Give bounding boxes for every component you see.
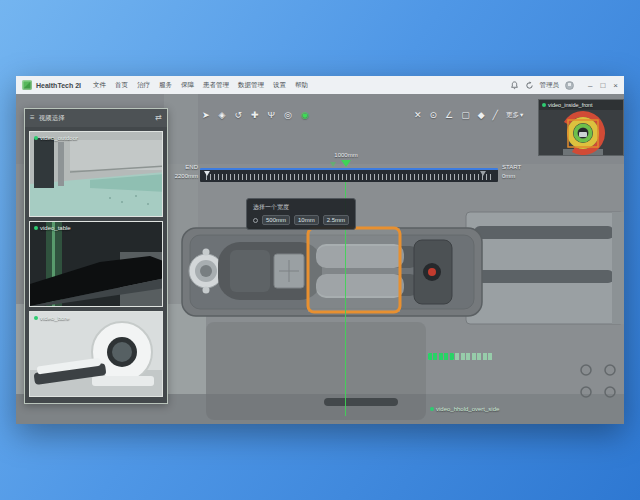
hamburger-icon[interactable]: ≡ [30, 113, 35, 123]
video-status-chip: video_table [34, 225, 71, 231]
video-panel: ≡ 视频选择 ⇄ [24, 108, 168, 404]
menu-data-management[interactable]: 数据管理 [238, 81, 264, 90]
viewport-3d[interactable]: ≡ 视频选择 ⇄ [16, 94, 624, 424]
minimap-label: video_inside_front [548, 102, 593, 108]
move-icon[interactable]: ✚ [251, 108, 259, 122]
menu-settings[interactable]: 设置 [273, 81, 286, 90]
menu-bar: 文件 首页 治疗 服务 保障 患者管理 数据管理 设置 帮助 [93, 81, 308, 90]
more-button[interactable]: 更多 ▾ [506, 111, 523, 120]
title-bar: HealthTech 2I 文件 首页 治疗 服务 保障 患者管理 数据管理 设… [16, 76, 624, 94]
video-status-chip: video_bore [34, 315, 70, 321]
video-thumb-bore[interactable]: video_bore [29, 311, 163, 397]
width-option-2-5[interactable]: 2.5mm [323, 215, 349, 225]
more-label: 更多 [506, 111, 519, 120]
menu-support[interactable]: 保障 [181, 81, 194, 90]
close-button[interactable]: × [613, 81, 618, 90]
floor-camera-chip: video_hhold_overt_side [430, 406, 499, 412]
popup-options: 500mm 10mm 2.5mm [253, 215, 349, 225]
angle-icon[interactable]: ∠ [445, 108, 453, 122]
status-dot-icon [542, 103, 546, 107]
end-value: 2200mm [166, 173, 198, 179]
target-icon[interactable]: ◎ [284, 108, 292, 122]
record-active-icon[interactable]: ◉ [301, 108, 309, 122]
video-label: video_bore [40, 315, 70, 321]
marker-ghost-icon [330, 162, 336, 167]
bore-preview [30, 312, 163, 397]
width-option-500[interactable]: 500mm [262, 215, 290, 225]
chevron-down-icon: ▾ [520, 111, 523, 119]
video-label: video_outdoor [40, 135, 78, 141]
menu-help[interactable]: 帮助 [295, 81, 308, 90]
radio-icon[interactable] [253, 218, 258, 223]
position-readout: 1000mm [316, 152, 376, 158]
toolbar-measure: ✕ ⊙ ∠ ▢ ◆ ╱ 更多 ▾ [414, 108, 523, 122]
menu-home[interactable]: 首页 [115, 81, 128, 90]
floor-camera-label: video_hhold_overt_side [436, 406, 499, 412]
video-thumbnails: video_outdoor [25, 127, 167, 401]
delete-icon[interactable]: ✕ [414, 108, 422, 122]
diamond-icon[interactable]: ◆ [478, 108, 485, 122]
bore-camera-minimap[interactable]: video_inside_front [538, 99, 624, 156]
undo-icon[interactable]: ↺ [234, 108, 242, 122]
video-thumb-outdoor[interactable]: video_outdoor [29, 131, 163, 217]
ruler-ticks [206, 174, 492, 180]
video-panel-header: ≡ 视频选择 ⇄ [25, 109, 167, 127]
user-name[interactable]: 管理员 [540, 81, 560, 90]
app-window: HealthTech 2I 文件 首页 治疗 服务 保障 患者管理 数据管理 设… [16, 76, 624, 424]
start-marker-icon [480, 171, 486, 176]
status-dot-icon [34, 226, 38, 230]
minimize-button[interactable]: – [588, 81, 592, 90]
video-panel-title: 视频选择 [39, 114, 152, 123]
table-preview [30, 222, 163, 307]
maximize-button[interactable]: □ [600, 81, 605, 90]
scan-progress-fill [428, 353, 454, 360]
bell-icon[interactable] [510, 81, 519, 90]
send-icon[interactable]: ➤ [202, 108, 210, 122]
status-dot-icon [430, 407, 434, 411]
video-status-chip: video_outdoor [34, 135, 78, 141]
line-icon[interactable]: ╱ [493, 108, 498, 122]
menu-treatment[interactable]: 治疗 [137, 81, 150, 90]
minimap-status-chip: video_inside_front [542, 102, 593, 108]
menu-patient-management[interactable]: 患者管理 [203, 81, 229, 90]
video-label: video_table [40, 225, 71, 231]
desktop-background: HealthTech 2I 文件 首页 治疗 服务 保障 患者管理 数据管理 设… [0, 0, 640, 500]
user-avatar[interactable] [565, 81, 574, 90]
swap-icon[interactable]: ⇄ [155, 113, 162, 123]
window-controls: – □ × [588, 81, 618, 90]
gauge-preview [539, 100, 624, 156]
end-marker-icon [204, 171, 210, 176]
width-select-popup: 选择一个宽度 500mm 10mm 2.5mm [246, 198, 356, 230]
menu-service[interactable]: 服务 [159, 81, 172, 90]
rectangle-icon[interactable]: ▢ [461, 108, 470, 122]
probe-icon[interactable]: Ψ [268, 108, 276, 122]
layers-icon[interactable]: ◈ [219, 108, 226, 122]
point-icon[interactable]: ⊙ [430, 108, 438, 122]
app-logo-icon [22, 80, 32, 90]
width-option-10[interactable]: 10mm [294, 215, 319, 225]
start-label: START [502, 164, 521, 170]
start-value: 0mm [502, 173, 515, 179]
app-title: HealthTech 2I [36, 82, 81, 89]
sync-icon[interactable] [525, 81, 534, 90]
status-dot-icon [34, 316, 38, 320]
scan-progress-bar [428, 353, 494, 360]
popup-title: 选择一个宽度 [253, 203, 349, 212]
titlebar-right: 管理员 – □ × [510, 81, 618, 90]
toolbar-view: ➤ ◈ ↺ ✚ Ψ ◎ ◉ [202, 108, 309, 122]
end-label: END [174, 164, 198, 170]
outdoor-preview [30, 132, 163, 217]
table-position-ruler[interactable] [200, 168, 498, 182]
menu-file[interactable]: 文件 [93, 81, 106, 90]
video-thumb-table[interactable]: video_table [29, 221, 163, 307]
position-marker[interactable] [341, 160, 351, 167]
status-dot-icon [34, 136, 38, 140]
